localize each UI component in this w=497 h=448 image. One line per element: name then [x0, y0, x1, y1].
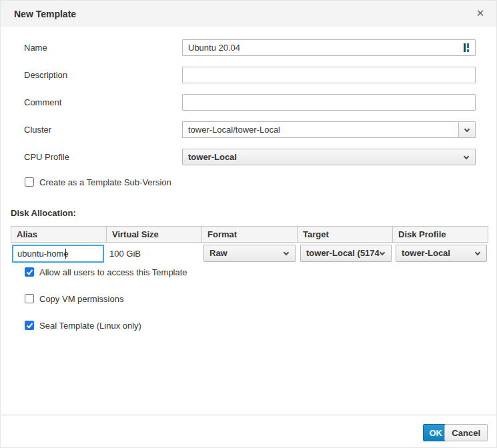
description-input[interactable]	[182, 67, 476, 83]
disk-allocation-title: Disk Allocation:	[11, 208, 76, 218]
name-label: Name	[24, 39, 47, 56]
cpu-profile-label: CPU Profile	[24, 149, 69, 165]
allow-all-users-row: Allow all users to access this Template	[1, 267, 497, 277]
format-value: Raw	[209, 248, 227, 258]
target-select[interactable]: tower-Local (5174	[300, 245, 392, 262]
copy-vm-permissions-checkbox[interactable]	[25, 294, 34, 303]
chevron-down-icon	[284, 250, 289, 255]
name-input[interactable]	[182, 39, 476, 56]
cluster-row: Cluster	[1, 121, 497, 138]
target-value: tower-Local (5174	[306, 248, 380, 258]
cancel-button[interactable]: Cancel	[444, 424, 488, 441]
sub-version-checkbox[interactable]	[25, 177, 34, 187]
cluster-input[interactable]	[182, 121, 458, 138]
seal-template-label: Seal Template (Linux only)	[39, 321, 141, 331]
column-header-format: Format	[202, 227, 298, 242]
cluster-dropdown-button[interactable]	[458, 121, 476, 138]
seal-template-checkbox[interactable]	[25, 321, 34, 330]
description-label: Description	[24, 67, 67, 83]
chevron-down-icon	[475, 250, 480, 255]
footer-divider	[1, 415, 496, 415]
copy-vm-permissions-label: Copy VM permissions	[39, 294, 123, 304]
comment-label: Comment	[24, 94, 61, 111]
description-row: Description	[1, 67, 497, 83]
alias-input[interactable]	[12, 245, 104, 263]
sub-version-label: Create as a Template Sub-Version	[39, 177, 171, 187]
allow-all-users-label: Allow all users to access this Template	[39, 267, 187, 277]
dialog-title: New Template	[14, 9, 76, 19]
seal-template-row: Seal Template (Linux only)	[1, 321, 497, 330]
virtual-size-value: 100 GiB	[109, 249, 141, 259]
chevron-down-icon	[380, 250, 385, 255]
format-select[interactable]: Raw	[203, 245, 296, 262]
chevron-down-icon	[464, 127, 470, 132]
comment-row: Comment	[1, 94, 497, 111]
cpu-profile-value: tower-Local	[188, 152, 237, 162]
dialog-header: New Template ✕	[1, 1, 496, 27]
copy-vm-permissions-row: Copy VM permissions	[1, 294, 497, 303]
column-header-alias: Alias	[11, 227, 107, 242]
name-row: Name	[1, 39, 497, 56]
cpu-profile-select[interactable]: tower-Local	[182, 149, 476, 165]
column-header-target: Target	[298, 227, 393, 242]
column-header-disk-profile: Disk Profile	[393, 227, 488, 242]
disk-profile-value: tower-Local	[402, 248, 450, 258]
disk-profile-select[interactable]: tower-Local	[396, 245, 487, 262]
allow-all-users-checkbox[interactable]	[25, 267, 34, 277]
new-template-dialog: New Template ✕ Name Description Comment …	[0, 0, 497, 448]
cluster-label: Cluster	[24, 121, 51, 138]
column-header-virtual-size: Virtual Size	[107, 227, 202, 242]
cpu-profile-row: CPU Profile tower-Local	[1, 149, 497, 165]
text-caret	[65, 249, 66, 259]
close-icon[interactable]: ✕	[474, 7, 486, 20]
sub-version-row: Create as a Template Sub-Version	[1, 177, 497, 187]
chevron-down-icon	[464, 154, 469, 159]
vertical-bars-icon	[464, 43, 470, 53]
comment-input[interactable]	[182, 94, 476, 111]
disk-table-header: Alias Virtual Size Format Target Disk Pr…	[11, 226, 488, 243]
